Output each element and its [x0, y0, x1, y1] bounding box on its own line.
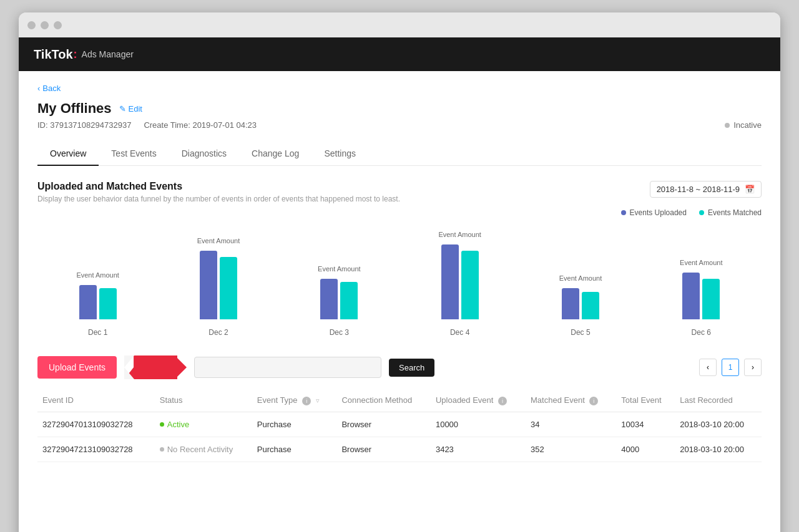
calendar-icon: 📅	[745, 185, 755, 194]
table-row: 32729047213109032728 No Recent Activity …	[37, 437, 762, 462]
chart-column: Event Amount Dec 4	[438, 231, 481, 337]
pagination: ‹ 1 ›	[699, 359, 762, 376]
brand-subtitle: Ads Manager	[82, 49, 134, 59]
col-header-uploaded-event: Uploaded Event i	[431, 389, 526, 412]
chart-column: Event Amount Dec 2	[197, 237, 240, 337]
brand-name: TikTok	[34, 47, 73, 62]
table-header-row: Event ID Status Event Type i ▿ Connectio…	[37, 389, 762, 412]
event-id: ID: 379137108294732937	[37, 120, 131, 130]
date-range-picker[interactable]: 2018-11-8 ~ 2018-11-9 📅	[650, 181, 762, 198]
chart-description: Display the user behavior data funnel by…	[37, 195, 400, 203]
pagination-current-page: 1	[722, 359, 739, 376]
status-active: Active	[160, 420, 247, 429]
edit-label: Edit	[129, 104, 142, 114]
event-type-info-icon: i	[302, 397, 311, 405]
col-header-last-recorded: Last Recorded	[675, 389, 762, 412]
tab-overview[interactable]: Overview	[37, 142, 99, 166]
tab-settings[interactable]: Settings	[311, 142, 368, 166]
back-link[interactable]: ‹ Back	[37, 84, 762, 93]
chart-area: Event Amount Dec 1 Event Amount Dec 2 Ev…	[37, 225, 762, 355]
event-type-filter-icon[interactable]: ▿	[316, 397, 320, 404]
brand-logo: TikTok : Ads Manager	[34, 47, 134, 62]
chart-column: Event Amount Dec 5	[559, 274, 602, 337]
tab-test-events[interactable]: Test Events	[99, 142, 169, 166]
bar-uploaded	[200, 251, 217, 319]
pagination-prev-button[interactable]: ‹	[699, 359, 717, 376]
cell-event-id: 32729047213109032728	[37, 437, 155, 462]
cell-uploaded-event: 10000	[431, 412, 526, 437]
chart-column-label: Event Amount	[76, 271, 119, 279]
bar-uploaded	[79, 285, 97, 319]
traffic-light-yellow[interactable]	[41, 21, 49, 29]
col-header-connection-method: Connection Method	[336, 389, 431, 412]
chart-column-label: Event Amount	[318, 265, 361, 273]
col-header-status: Status	[155, 389, 252, 412]
meta-left: ID: 379137108294732937 Create Time: 2019…	[37, 120, 257, 130]
bar-matched	[461, 251, 479, 319]
col-header-total-event: Total Event	[616, 389, 675, 412]
page-meta: ID: 379137108294732937 Create Time: 2019…	[37, 120, 762, 130]
bar-matched	[702, 279, 720, 319]
cell-connection-method: Browser	[336, 437, 431, 462]
pagination-next-button[interactable]: ›	[744, 359, 762, 376]
bar-group	[441, 244, 479, 319]
chart-column: Event Amount Dec 3	[318, 265, 361, 337]
search-button[interactable]: Search	[389, 359, 434, 377]
bar-uploaded	[562, 288, 579, 319]
cell-event-id: 32729047013109032728	[37, 412, 155, 437]
status-label: Incative	[733, 120, 762, 130]
cell-total-event: 4000	[616, 437, 675, 462]
chart-legend: Events Uploaded Events Matched	[37, 208, 762, 217]
chart-section-info: Uploaded and Matched Events Display the …	[37, 181, 400, 203]
legend-uploaded-dot	[621, 210, 626, 215]
navbar: TikTok : Ads Manager	[19, 37, 780, 71]
chart-date-label: Dec 2	[208, 328, 228, 337]
status-inactive: No Recent Activity	[160, 445, 247, 454]
search-input[interactable]	[194, 357, 381, 378]
arrow-indicator	[124, 355, 187, 379]
uploaded-event-info-icon: i	[498, 397, 507, 405]
chart-column: Event Amount Dec 6	[680, 259, 723, 337]
cell-total-event: 10034	[616, 412, 675, 437]
chart-section-header: Uploaded and Matched Events Display the …	[37, 181, 762, 203]
page-title: My Offlines	[37, 100, 112, 117]
chart-date-label: Dec 3	[330, 328, 349, 337]
legend-matched-dot	[699, 210, 704, 215]
bar-group	[320, 279, 358, 319]
date-range-value: 2018-11-8 ~ 2018-11-9	[657, 185, 740, 194]
col-header-event-type: Event Type i ▿	[252, 389, 337, 412]
bar-group	[562, 288, 599, 319]
chart-column-label: Event Amount	[438, 231, 481, 238]
edit-icon: ✎	[119, 104, 126, 114]
bar-group	[200, 251, 237, 319]
chart-column-label: Event Amount	[197, 237, 240, 244]
cell-event-type: Purchase	[252, 437, 337, 462]
chart-date-label: Dec 6	[692, 328, 711, 337]
toolbar: Upload Events Search ‹ 1 ›	[37, 355, 762, 379]
traffic-light-red[interactable]	[27, 21, 36, 29]
tab-diagnostics[interactable]: Diagnostics	[169, 142, 239, 166]
chart-date-label: Dec 5	[571, 328, 590, 337]
bar-group	[682, 273, 720, 319]
status-text: No Recent Activity	[167, 445, 233, 454]
bar-uploaded	[682, 273, 700, 319]
chart-date-label: Dec 4	[450, 328, 469, 337]
bar-uploaded	[441, 244, 459, 319]
cell-status: Active	[155, 412, 252, 437]
legend-uploaded-label: Events Uploaded	[630, 208, 687, 217]
status-dot-icon	[725, 123, 730, 128]
cell-status: No Recent Activity	[155, 437, 252, 462]
content-area: ‹ Back My Offlines ✎ Edit ID: 3791371082…	[19, 71, 780, 532]
tab-change-log[interactable]: Change Log	[239, 142, 311, 166]
bar-matched	[340, 282, 358, 319]
traffic-light-green[interactable]	[54, 21, 62, 29]
bar-matched	[220, 257, 237, 319]
chart-column-label: Event Amount	[559, 274, 602, 282]
col-header-event-id: Event ID	[37, 389, 155, 412]
edit-link[interactable]: ✎ Edit	[119, 104, 142, 114]
events-table: Event ID Status Event Type i ▿ Connectio…	[37, 389, 762, 462]
chart-column: Event Amount Dec 1	[76, 271, 119, 337]
upload-events-button[interactable]: Upload Events	[37, 356, 117, 379]
cell-uploaded-event: 3423	[431, 437, 526, 462]
bar-matched	[99, 288, 117, 319]
